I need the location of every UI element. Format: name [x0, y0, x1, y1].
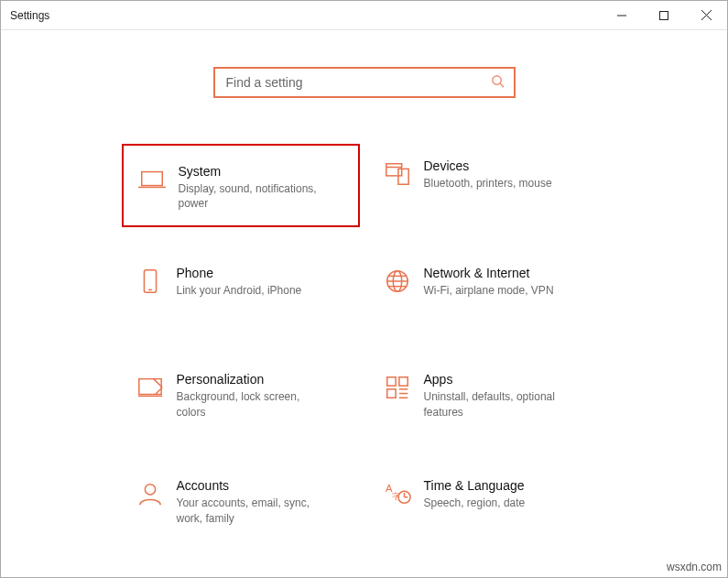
apps-icon	[378, 372, 417, 401]
tile-desc: Your accounts, email, sync, work, family	[177, 496, 332, 525]
svg-rect-22	[386, 389, 395, 398]
tile-apps[interactable]: Apps Uninstall, defaults, optional featu…	[369, 357, 607, 440]
tile-personalization[interactable]: Personalization Background, lock screen,…	[122, 357, 360, 440]
tile-phone[interactable]: Phone Link your Android, iPhone	[122, 251, 360, 333]
tile-gaming[interactable]: Gaming Xbox Game Bar, captures, Game	[122, 570, 360, 578]
minimize-icon	[617, 11, 626, 20]
tile-title: Phone	[177, 266, 302, 280]
maximize-icon	[659, 11, 668, 20]
tile-devices[interactable]: Devices Bluetooth, printers, mouse	[369, 144, 607, 227]
system-icon	[133, 164, 171, 193]
tile-title: Accounts	[177, 478, 332, 493]
close-button[interactable]	[685, 1, 727, 30]
window-title: Settings	[10, 9, 49, 22]
tile-desc: Bluetooth, printers, mouse	[424, 176, 552, 191]
tile-system[interactable]: System Display, sound, notifications, po…	[122, 144, 360, 227]
svg-rect-9	[397, 169, 407, 184]
tile-network[interactable]: Network & Internet Wi-Fi, airplane mode,…	[369, 251, 607, 333]
close-icon	[701, 10, 712, 20]
personalization-icon	[131, 372, 169, 401]
category-grid: System Display, sound, notifications, po…	[122, 144, 607, 578]
svg-rect-8	[386, 164, 401, 176]
tile-title: Network & Internet	[424, 266, 554, 280]
tile-title: Personalization	[177, 372, 332, 387]
search-input[interactable]	[224, 69, 491, 96]
tile-desc: Background, lock screen, colors	[177, 389, 332, 419]
tile-desc: Speech, region, date	[424, 496, 526, 510]
accounts-icon	[131, 478, 169, 507]
tile-desc: Display, sound, notifications, power	[179, 181, 334, 211]
svg-rect-1	[660, 11, 668, 19]
phone-icon	[131, 266, 169, 295]
minimize-button[interactable]	[601, 1, 643, 30]
window-controls	[601, 1, 727, 30]
tile-title: Devices	[424, 158, 552, 173]
tile-desc: Uninstall, defaults, optional features	[424, 389, 580, 419]
svg-point-4	[492, 76, 500, 84]
tile-title: System	[179, 164, 334, 179]
time-language-icon: A 字	[378, 478, 417, 507]
svg-rect-21	[398, 377, 407, 386]
watermark: wsxdn.com	[667, 561, 722, 573]
tile-title: Time & Language	[424, 478, 526, 493]
svg-line-5	[500, 83, 504, 87]
svg-rect-11	[144, 270, 156, 292]
svg-rect-20	[386, 377, 395, 386]
content-area: System Display, sound, notifications, po…	[1, 30, 727, 578]
titlebar: Settings	[1, 1, 727, 30]
tile-time-language[interactable]: A 字 Time & Language Speech, region, date	[369, 463, 607, 546]
tile-desc: Wi-Fi, airplane mode, VPN	[424, 283, 554, 298]
search-icon	[491, 74, 505, 91]
maximize-button[interactable]	[643, 1, 685, 30]
tile-accounts[interactable]: Accounts Your accounts, email, sync, wor…	[122, 463, 360, 546]
tile-ease-of-access[interactable]: Ease of Access Narrator, magnifier, high	[369, 570, 607, 578]
tile-desc: Link your Android, iPhone	[177, 283, 302, 298]
svg-point-26	[145, 485, 155, 495]
devices-icon	[378, 158, 417, 188]
search-box[interactable]	[213, 67, 516, 98]
search-row	[1, 67, 727, 98]
tile-title: Apps	[424, 372, 580, 387]
svg-rect-6	[141, 172, 162, 186]
globe-icon	[378, 266, 417, 295]
